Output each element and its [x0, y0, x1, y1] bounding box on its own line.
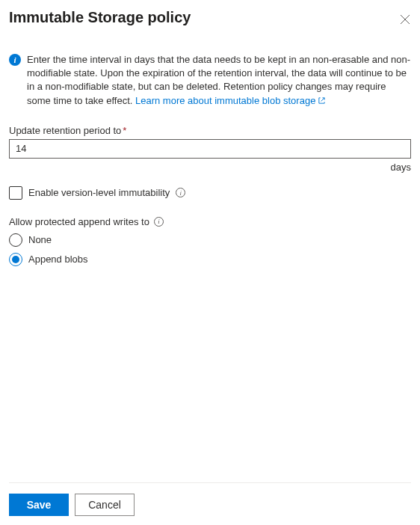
info-callout: i Enter the time interval in days that t… [9, 53, 411, 108]
retention-unit: days [9, 162, 411, 173]
learn-more-link[interactable]: Learn more about immutable blob storage [135, 95, 326, 106]
close-icon [400, 14, 410, 25]
panel-title: Immutable Storage policy [9, 9, 191, 26]
version-level-row[interactable]: Enable version-level immutability i [9, 186, 411, 200]
version-level-label: Enable version-level immutability [28, 187, 170, 198]
retention-label: Update retention period to* [9, 125, 411, 136]
save-button[interactable]: Save [9, 494, 69, 516]
radio-option-none[interactable]: None [9, 233, 411, 247]
cancel-button[interactable]: Cancel [75, 494, 135, 516]
info-icon[interactable]: i [176, 188, 185, 197]
external-link-icon [318, 95, 326, 108]
retention-input[interactable] [9, 139, 411, 159]
panel-footer: Save Cancel [9, 482, 411, 516]
version-level-checkbox[interactable] [9, 186, 22, 200]
panel-header: Immutable Storage policy [9, 9, 411, 26]
immutable-storage-policy-panel: Immutable Storage policy i Enter the tim… [0, 0, 420, 525]
info-text: Enter the time interval in days that the… [27, 53, 411, 108]
required-indicator: * [123, 125, 126, 136]
info-icon[interactable]: i [154, 217, 164, 227]
radio-none[interactable] [9, 233, 22, 247]
close-button[interactable] [399, 13, 411, 25]
radio-option-append-blobs[interactable]: Append blobs [9, 253, 411, 266]
radio-none-label: None [28, 234, 52, 245]
radio-append-blobs-label: Append blobs [28, 254, 88, 265]
append-writes-label: Allow protected append writes to i [9, 216, 411, 227]
radio-append-blobs[interactable] [9, 253, 22, 266]
info-icon: i [9, 54, 21, 66]
